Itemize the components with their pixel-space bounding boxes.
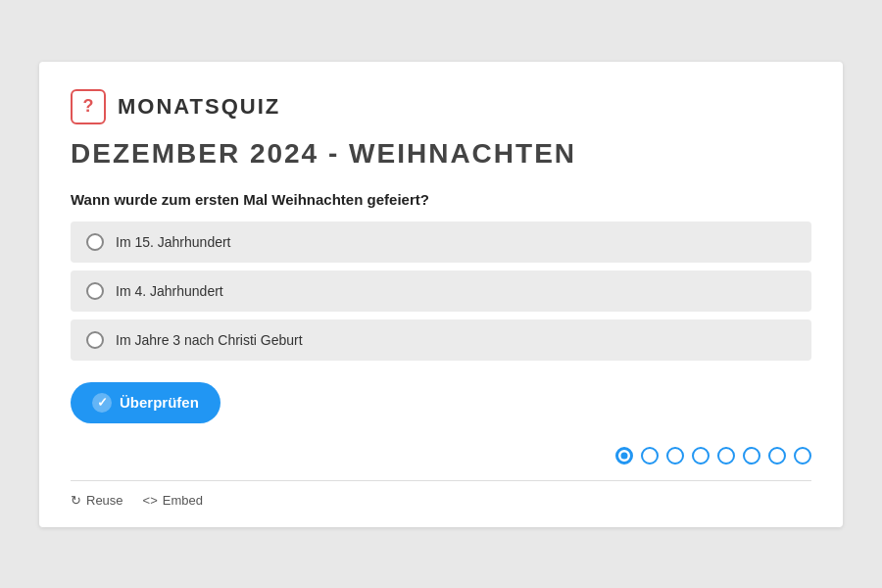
quiz-header: ? MONATSQUIZ [71, 89, 811, 124]
pagination-dot-7[interactable] [768, 447, 786, 465]
pagination [71, 447, 811, 465]
radio-option-3[interactable] [86, 331, 104, 349]
option-item-3[interactable]: Im Jahre 3 nach Christi Geburt [71, 319, 811, 361]
embed-item[interactable]: <> Embed [143, 493, 203, 508]
option-item-1[interactable]: Im 15. Jahrhundert [71, 221, 811, 263]
reuse-item[interactable]: ↻ Reuse [71, 493, 123, 508]
embed-label: Embed [163, 493, 203, 508]
pagination-dot-3[interactable] [666, 447, 684, 465]
footer: ↻ Reuse <> Embed [71, 480, 811, 508]
quiz-icon-text: ? [83, 96, 94, 117]
pagination-dot-2[interactable] [641, 447, 659, 465]
option-label-3: Im Jahre 3 nach Christi Geburt [116, 332, 303, 348]
pagination-dot-5[interactable] [717, 447, 735, 465]
quiz-title: MONATSQUIZ [118, 94, 280, 120]
pagination-dot-1[interactable] [615, 447, 633, 465]
embed-icon: <> [143, 493, 158, 508]
option-label-1: Im 15. Jahrhundert [116, 234, 231, 250]
options-list: Im 15. Jahrhundert Im 4. Jahrhundert Im … [71, 221, 811, 361]
check-button-label: Überprüfen [120, 394, 199, 411]
check-button[interactable]: ✓ Überprüfen [71, 382, 220, 423]
checkmark-icon: ✓ [92, 393, 112, 413]
quiz-subtitle: DEZEMBER 2024 - WEIHNACHTEN [71, 138, 811, 170]
reuse-label: Reuse [86, 493, 123, 508]
quiz-icon: ? [71, 89, 106, 124]
radio-option-1[interactable] [86, 233, 104, 251]
quiz-card: ? MONATSQUIZ DEZEMBER 2024 - WEIHNACHTEN… [39, 62, 843, 527]
radio-option-2[interactable] [86, 282, 104, 300]
option-label-2: Im 4. Jahrhundert [116, 283, 223, 299]
option-item-2[interactable]: Im 4. Jahrhundert [71, 270, 811, 312]
question-text: Wann wurde zum ersten Mal Weihnachten ge… [71, 191, 811, 208]
reuse-icon: ↻ [71, 493, 81, 508]
pagination-dot-8[interactable] [794, 447, 811, 465]
pagination-dot-6[interactable] [743, 447, 760, 465]
pagination-dot-4[interactable] [692, 447, 710, 465]
